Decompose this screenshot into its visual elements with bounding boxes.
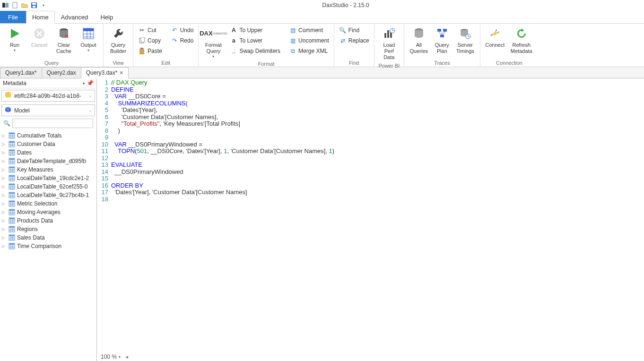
document-tab[interactable]: Query3.dax*✕: [81, 67, 129, 78]
play-icon: [7, 26, 22, 41]
query-plan-button[interactable]: Query Plan: [432, 25, 453, 55]
expander-icon[interactable]: ▷: [2, 244, 7, 249]
document-tab[interactable]: Query2.dax: [42, 67, 81, 78]
table-item[interactable]: ▷Cumulative Totals: [0, 131, 96, 140]
replace-icon: ⇄: [339, 37, 347, 44]
table-item[interactable]: ▷Dates: [0, 148, 96, 157]
qat-dropdown-icon[interactable]: ▾: [40, 1, 47, 9]
chevron-down-icon: ▾: [119, 355, 121, 359]
letter-a-lower-icon: a: [230, 37, 237, 44]
undo-icon: ↶: [171, 26, 178, 34]
table-item[interactable]: ▷Key Measures: [0, 165, 96, 174]
table-item[interactable]: ▷Products Data: [0, 216, 96, 225]
table-item[interactable]: ▷Metric Selection: [0, 199, 96, 208]
comment-button[interactable]: ▤Comment: [287, 25, 331, 35]
ribbon-group-powerbi: Load Perf Data Power BI: [374, 24, 404, 67]
search-input[interactable]: [12, 119, 93, 128]
cube-icon: [5, 106, 11, 114]
table-item[interactable]: ▷Time Comparison: [0, 242, 96, 250]
pin-icon[interactable]: 📌: [87, 80, 94, 86]
connect-button[interactable]: Connect: [483, 25, 507, 49]
table-item[interactable]: ▷Customer Data: [0, 140, 96, 148]
code-editor[interactable]: 123456789101112131415161718 // DAX Query…: [97, 78, 644, 352]
document-tab[interactable]: Query1.dax*: [0, 67, 42, 78]
copy-button[interactable]: Copy: [136, 35, 164, 46]
query-builder-button[interactable]: Query Builder: [106, 25, 130, 55]
expander-icon[interactable]: ▷: [2, 142, 7, 146]
refresh-metadata-button[interactable]: Refresh Metadata: [508, 25, 535, 55]
group-label: Traces: [407, 59, 477, 67]
expander-icon[interactable]: ▷: [2, 227, 7, 232]
redo-button[interactable]: ↷Redo: [169, 35, 196, 46]
expander-icon[interactable]: ▷: [2, 235, 7, 240]
ribbon: Run ▾ Cancel Clear Cache Output ▾ Query: [0, 24, 644, 67]
expander-icon[interactable]: ▷: [2, 167, 7, 172]
tab-advanced[interactable]: Advanced: [55, 11, 95, 23]
table-item[interactable]: ▷LocalDateTable_19cdc2e1-2: [0, 174, 96, 182]
expander-icon[interactable]: ▷: [2, 176, 7, 180]
load-perf-button[interactable]: Load Perf Data: [377, 25, 401, 62]
table-item[interactable]: ▷LocalDateTable_62cef255-0: [0, 182, 96, 191]
cancel-label: Cancel: [31, 42, 47, 48]
ribbon-group-edit: ✂Cut Copy Paste ↶Undo ↷Redo Edit: [133, 24, 199, 67]
format-query-button[interactable]: DAXFORMATTER Format Query ▾: [201, 25, 225, 60]
ribbon-group-format: DAXFORMATTER Format Query ▾ ATo Upper aT…: [199, 24, 334, 67]
table-item[interactable]: ▷LocalDateTable_9c27bc4b-1: [0, 191, 96, 199]
database-selector[interactable]: ebffc284-a09b-4b2d-a1b8- ⌵: [1, 90, 95, 102]
svg-rect-5: [33, 6, 35, 8]
expander-icon[interactable]: ▷: [2, 184, 7, 189]
svg-rect-96: [9, 226, 15, 228]
swap-delimiters-button[interactable]: ,;Swap Delimiters: [228, 46, 282, 56]
table-name: DateTableTemplate_d095fb: [17, 158, 86, 164]
model-selector[interactable]: Model ⌵: [1, 104, 95, 116]
expander-icon[interactable]: ▷: [2, 218, 7, 223]
svg-rect-19: [387, 30, 389, 38]
table-item[interactable]: ▷DateTableTemplate_d095fb: [0, 157, 96, 165]
metadata-search: 🔍: [1, 118, 95, 129]
qat-save-icon[interactable]: [30, 1, 38, 9]
plug-icon: [487, 26, 503, 41]
replace-button[interactable]: ⇄Replace: [337, 35, 371, 46]
clear-cache-button[interactable]: Clear Cache: [52, 25, 76, 55]
document-tabs: Query1.dax*Query2.daxQuery3.dax*✕: [0, 67, 644, 78]
tab-home[interactable]: Home: [26, 11, 55, 24]
uncomment-icon: ▥: [289, 37, 296, 44]
table-icon: [9, 200, 15, 207]
table-name: Time Comparison: [17, 243, 61, 249]
ribbon-group-query: Run ▾ Cancel Clear Cache Output ▾ Query: [0, 24, 104, 67]
expander-icon[interactable]: ▷: [2, 133, 7, 138]
undo-button[interactable]: ↶Undo: [169, 25, 196, 35]
output-button[interactable]: Output ▾: [77, 25, 100, 54]
table-item[interactable]: ▷Regions: [0, 225, 96, 233]
zoom-indicator[interactable]: 100 % ▾ ◂: [97, 352, 644, 361]
code-content[interactable]: // DAX QueryDEFINE VAR __DS0Core = SUMMA…: [111, 79, 644, 352]
cut-button[interactable]: ✂Cut: [136, 25, 164, 35]
paste-button[interactable]: Paste: [136, 46, 164, 56]
metadata-title: Metadata: [3, 80, 26, 86]
cancel-button[interactable]: Cancel: [27, 25, 51, 49]
to-lower-button[interactable]: aTo Lower: [228, 35, 282, 46]
tab-help[interactable]: Help: [94, 11, 119, 23]
table-item[interactable]: ▷Sales Data: [0, 233, 96, 242]
all-queries-button[interactable]: All Queries: [407, 25, 431, 55]
svg-rect-1: [6, 3, 9, 8]
find-button[interactable]: 🔍Find: [337, 25, 371, 35]
expander-icon[interactable]: ▷: [2, 159, 7, 163]
table-item[interactable]: ▷Moving Averages: [0, 208, 96, 216]
run-button[interactable]: Run ▾: [3, 25, 26, 54]
expander-icon[interactable]: ▷: [2, 201, 7, 206]
run-label: Run: [10, 42, 19, 48]
expander-icon[interactable]: ▷: [2, 150, 7, 155]
qat-new-icon[interactable]: [11, 1, 19, 9]
file-menu[interactable]: File: [0, 11, 26, 23]
merge-xml-button[interactable]: ⧉Merge XML: [287, 46, 331, 56]
close-icon[interactable]: ✕: [119, 70, 123, 76]
dropdown-icon[interactable]: ▾: [83, 81, 85, 86]
to-upper-button[interactable]: ATo Upper: [228, 25, 282, 35]
uncomment-button[interactable]: ▥Uncomment: [287, 35, 331, 46]
expander-icon[interactable]: ▷: [2, 210, 7, 215]
scroll-left-icon[interactable]: ◂: [125, 353, 128, 360]
server-timings-button[interactable]: Server Timings: [453, 25, 477, 55]
expander-icon[interactable]: ▷: [2, 193, 7, 198]
qat-open-icon[interactable]: [21, 1, 28, 9]
